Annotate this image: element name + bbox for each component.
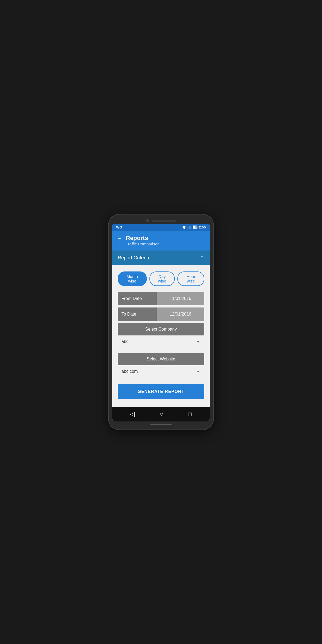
company-dropdown[interactable]: abc ▼ — [118, 335, 204, 348]
company-section-label: Select Company — [118, 323, 204, 335]
wifi-icon — [182, 226, 186, 229]
month-wise-button[interactable]: Month wise — [118, 271, 147, 286]
svg-rect-1 — [189, 226, 189, 229]
header-text: Reports Traffic Comparison — [126, 235, 160, 246]
svg-rect-5 — [193, 226, 195, 228]
svg-rect-2 — [190, 226, 191, 229]
svg-rect-4 — [197, 227, 197, 228]
nav-recent-button[interactable]: □ — [188, 411, 192, 418]
nav-home-button[interactable]: ○ — [160, 411, 163, 418]
to-date-label: To Date — [118, 307, 157, 321]
app-brand-label: WG — [116, 225, 122, 229]
page-subtitle: Traffic Comparison — [126, 242, 160, 246]
phone-camera — [146, 219, 149, 222]
phone-device: WG 2:55 — [109, 214, 213, 430]
from-date-row: From Date 11/01/2016 — [118, 292, 204, 305]
website-dropdown[interactable]: abc.com ▼ — [118, 365, 204, 378]
hour-wise-button[interactable]: Hour wise — [177, 271, 204, 286]
svg-rect-0 — [188, 227, 188, 229]
from-date-label: From Date — [118, 292, 157, 305]
phone-home-bar — [150, 424, 172, 425]
filter-buttons: Month wise Day wise Hour wise — [118, 271, 204, 286]
battery-icon — [193, 226, 198, 229]
day-wise-button[interactable]: Day wise — [149, 271, 175, 286]
content-area: Month wise Day wise Hour wise From Date … — [112, 265, 210, 407]
from-date-value[interactable]: 11/01/2016 — [157, 292, 204, 305]
generate-report-button[interactable]: GENERATE REPORT — [118, 384, 204, 399]
section-gap — [118, 348, 204, 351]
phone-speaker — [152, 220, 176, 222]
status-bar: WG 2:55 — [112, 224, 210, 231]
back-button[interactable]: ← — [117, 235, 122, 241]
criteria-title: Report Criteria — [118, 255, 149, 261]
phone-screen: WG 2:55 — [112, 224, 210, 421]
website-dropdown-arrow: ▼ — [196, 369, 200, 374]
app-header: ← Reports Traffic Comparison — [112, 231, 210, 251]
report-criteria-bar[interactable]: Report Criteria ⌃ — [112, 251, 210, 265]
website-section-label: Select Website — [118, 353, 204, 365]
company-selected-value: abc — [121, 339, 128, 344]
phone-bottom-indicator — [112, 424, 210, 425]
nav-back-button[interactable]: ◁ — [130, 411, 135, 418]
website-selected-value: abc.com — [121, 369, 138, 374]
chevron-up-icon: ⌃ — [200, 255, 204, 261]
phone-top-bar — [112, 219, 210, 222]
signal-icon — [188, 225, 191, 229]
time-display: 2:55 — [199, 225, 206, 229]
bottom-nav-bar: ◁ ○ □ — [112, 407, 210, 421]
company-dropdown-arrow: ▼ — [196, 339, 200, 344]
page-title: Reports — [126, 235, 160, 242]
to-date-value[interactable]: 12/01/2016 — [157, 307, 204, 321]
to-date-row: To Date 12/01/2016 — [118, 307, 204, 321]
status-right: 2:55 — [182, 225, 206, 229]
